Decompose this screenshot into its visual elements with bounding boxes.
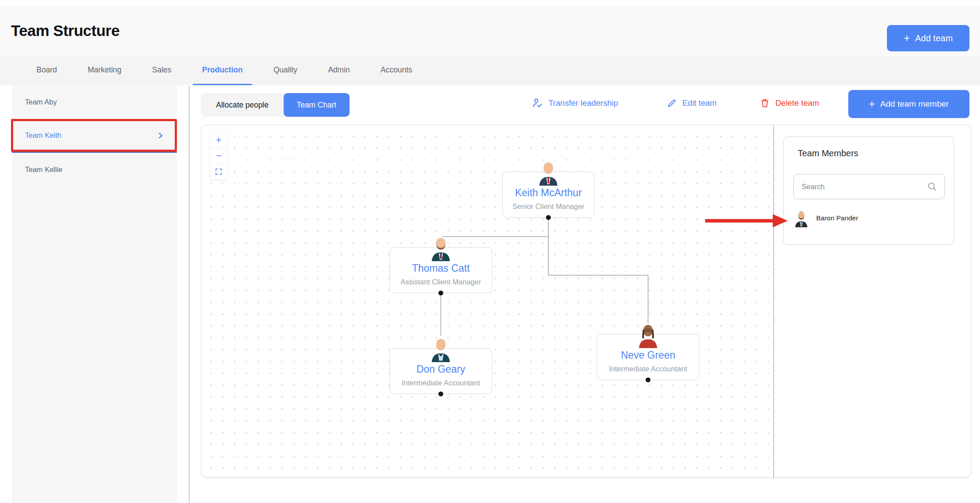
transfer-leadership-label: Transfer leadership (548, 98, 618, 108)
node-role: Intermediate Accountant (597, 365, 699, 373)
view-toggle: Allocate people Team Chart (201, 93, 349, 117)
org-node-thomas-catt[interactable]: Thomas Catt Assistant Client Manager (389, 247, 492, 293)
member-name: Baron Pander (816, 214, 858, 222)
teams-sidebar: Team Aby Team Keith Team Kellie (12, 85, 177, 503)
sidebar-divider (189, 86, 190, 503)
team-members-title: Team Members (798, 148, 954, 158)
node-role: Intermediate Accountant (390, 379, 492, 387)
plus-icon: + (869, 99, 875, 109)
add-team-button[interactable]: + Add team (887, 25, 969, 51)
edit-team-button[interactable]: Edit team (664, 94, 719, 112)
tab-admin[interactable]: Admin (319, 56, 359, 85)
baron-avatar (794, 209, 808, 227)
org-node-keith-mcarthur[interactable]: Keith McArthur Senior Client Manager (502, 172, 594, 218)
keith-avatar (538, 158, 559, 186)
member-row-baron-pander[interactable]: Baron Pander (794, 209, 858, 227)
department-tabbar: Board Marketing Sales Production Quality… (0, 56, 980, 85)
team-chart-toggle[interactable]: Team Chart (284, 93, 349, 117)
edge-keith-neve (548, 237, 648, 323)
members-search-box (793, 174, 945, 199)
plus-icon: + (904, 33, 910, 43)
tab-sales[interactable]: Sales (143, 56, 181, 85)
node-role: Assistant Client Manager (390, 278, 492, 286)
sidebar-item-team-aby[interactable]: Team Aby (12, 85, 177, 119)
node-bottom-handle[interactable] (439, 291, 443, 295)
edit-team-label: Edit team (682, 98, 717, 108)
add-team-label: Add team (915, 33, 953, 43)
edge-keith-thomas (442, 218, 548, 237)
tab-quality[interactable]: Quality (264, 56, 306, 85)
tab-accounts[interactable]: Accounts (371, 56, 422, 85)
node-role: Senior Client Manager (503, 202, 594, 211)
pencil-icon (667, 98, 677, 108)
thomas-avatar (430, 234, 451, 261)
tab-board[interactable]: Board (27, 56, 66, 85)
org-chart-canvas[interactable]: + − Keith McArthur (202, 125, 774, 478)
node-name: Don Geary (390, 363, 492, 375)
don-avatar (430, 335, 451, 362)
allocate-people-toggle[interactable]: Allocate people (201, 93, 284, 117)
tab-production[interactable]: Production (193, 56, 252, 85)
org-node-don-geary[interactable]: Don Geary Intermediate Accountant (389, 348, 492, 394)
trash-icon (760, 98, 770, 108)
members-search-input[interactable] (794, 183, 927, 191)
node-name: Neve Green (597, 349, 699, 361)
sidebar-item-team-kellie[interactable]: Team Kellie (12, 153, 177, 187)
node-bottom-handle[interactable] (646, 377, 651, 382)
team-aby-label: Team Aby (25, 98, 57, 106)
delete-team-button[interactable]: Delete team (757, 94, 822, 112)
team-members-panel: Team Members Baron Pander (783, 137, 954, 245)
node-name: Keith McArthur (503, 187, 594, 199)
tab-marketing[interactable]: Marketing (79, 56, 131, 85)
search-icon (927, 181, 937, 192)
person-check-icon (532, 97, 543, 109)
transfer-leadership-button[interactable]: Transfer leadership (529, 94, 621, 112)
add-team-member-button[interactable]: + Add team member (848, 90, 969, 118)
chevron-right-icon (158, 133, 164, 139)
org-node-neve-green[interactable]: Neve Green Intermediate Accountant (597, 334, 699, 380)
neve-avatar (638, 321, 659, 348)
node-name: Thomas Catt (390, 262, 492, 274)
team-keith-label: Team Keith (25, 131, 61, 140)
page-header: Team Structure + Add team (0, 6, 980, 56)
delete-team-label: Delete team (775, 98, 819, 108)
node-bottom-handle[interactable] (439, 392, 443, 396)
org-chart-connectors (202, 125, 774, 478)
sidebar-item-team-keith[interactable]: Team Keith (12, 119, 177, 153)
add-team-member-label: Add team member (880, 99, 949, 109)
team-structure-page: Team Structure + Add team Board Marketin… (0, 0, 980, 503)
team-kellie-label: Team Kellie (25, 165, 62, 174)
node-bottom-handle[interactable] (546, 215, 551, 220)
page-title: Team Structure (11, 22, 119, 40)
